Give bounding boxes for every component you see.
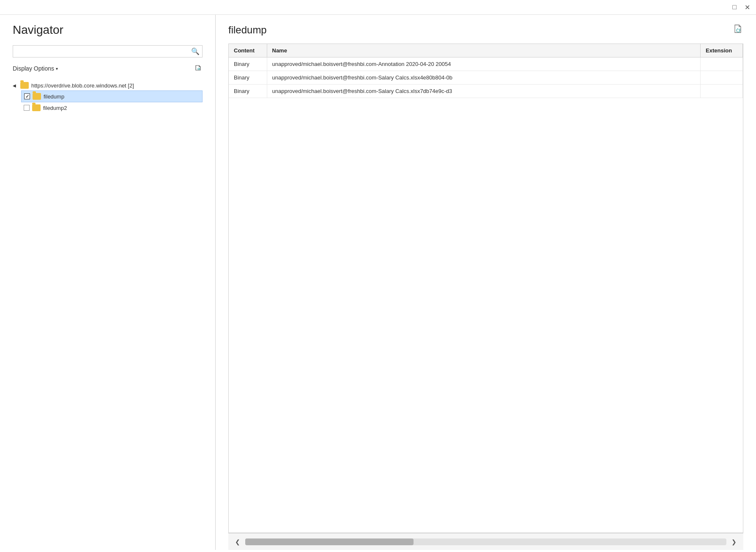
cell-extension-0 xyxy=(701,57,743,71)
search-input[interactable] xyxy=(16,48,191,55)
maximize-button[interactable]: □ xyxy=(731,3,738,11)
table-row: Binaryunapproved/michael.boisvert@freshb… xyxy=(229,85,743,98)
file-icon xyxy=(732,23,743,37)
tree-root-item[interactable]: ◀ https://overdrive.blob.core.windows.ne… xyxy=(13,80,203,90)
collapse-arrow-icon: ◀ xyxy=(13,83,18,88)
data-table: Content Name Extension Binaryunapproved/… xyxy=(229,44,743,98)
root-folder-icon xyxy=(20,82,29,89)
display-options-label: Display Options xyxy=(13,65,54,72)
scroll-thumb[interactable] xyxy=(245,538,414,545)
main-container: Navigator 🔍 Display Options ▾ xyxy=(0,15,756,550)
cell-extension-1 xyxy=(701,71,743,85)
close-button[interactable]: ✕ xyxy=(743,3,751,11)
table-row: Binaryunapproved/michael.boisvert@freshb… xyxy=(229,57,743,71)
tree-item-filedump[interactable]: filedump xyxy=(21,90,203,102)
scroll-track[interactable] xyxy=(245,538,726,545)
right-panel: filedump Content Name Extension xyxy=(216,15,756,550)
cell-extension-2 xyxy=(701,85,743,98)
display-options-button[interactable]: Display Options ▾ xyxy=(13,65,58,72)
cell-name-2: unapproved/michael.boisvert@freshbi.com-… xyxy=(267,85,701,98)
tree-item-filedump2[interactable]: filedump2 xyxy=(21,102,203,113)
cell-name-1: unapproved/michael.boisvert@freshbi.com-… xyxy=(267,71,701,85)
column-header-content: Content xyxy=(229,44,267,57)
column-header-name: Name xyxy=(267,44,701,57)
cell-content-2: Binary xyxy=(229,85,267,98)
label-filedump: filedump xyxy=(44,93,64,100)
scroll-left-button[interactable]: ❮ xyxy=(232,536,244,548)
label-filedump2: filedump2 xyxy=(43,105,67,111)
folder-icon-filedump2 xyxy=(32,104,41,111)
chevron-down-icon: ▾ xyxy=(56,66,58,71)
left-panel: Navigator 🔍 Display Options ▾ xyxy=(0,15,216,550)
folder-icon-filedump xyxy=(33,93,41,100)
search-bar: 🔍 xyxy=(13,45,203,57)
refresh-icon[interactable] xyxy=(194,63,203,74)
navigator-title: Navigator xyxy=(13,23,203,37)
tree-children: filedump filedump2 xyxy=(21,90,203,113)
horizontal-scrollbar: ❮ ❯ xyxy=(228,533,743,550)
cell-content-0: Binary xyxy=(229,57,267,71)
checkbox-filedump[interactable] xyxy=(24,93,30,99)
tree-view: ◀ https://overdrive.blob.core.windows.ne… xyxy=(13,80,203,541)
root-label: https://overdrive.blob.core.windows.net … xyxy=(31,82,134,89)
column-header-extension: Extension xyxy=(701,44,743,57)
right-panel-title: filedump xyxy=(228,24,267,36)
right-header: filedump xyxy=(228,23,743,37)
table-header-row: Content Name Extension xyxy=(229,44,743,57)
checkbox-filedump2[interactable] xyxy=(24,105,30,111)
title-bar: □ ✕ xyxy=(0,0,756,15)
cell-name-0: unapproved/michael.boisvert@freshbi.com-… xyxy=(267,57,701,71)
cell-content-1: Binary xyxy=(229,71,267,85)
table-row: Binaryunapproved/michael.boisvert@freshb… xyxy=(229,71,743,85)
scroll-right-button[interactable]: ❯ xyxy=(728,536,740,548)
search-icon[interactable]: 🔍 xyxy=(191,47,200,55)
display-options-row: Display Options ▾ xyxy=(13,63,203,74)
data-table-container: Content Name Extension Binaryunapproved/… xyxy=(228,44,743,533)
